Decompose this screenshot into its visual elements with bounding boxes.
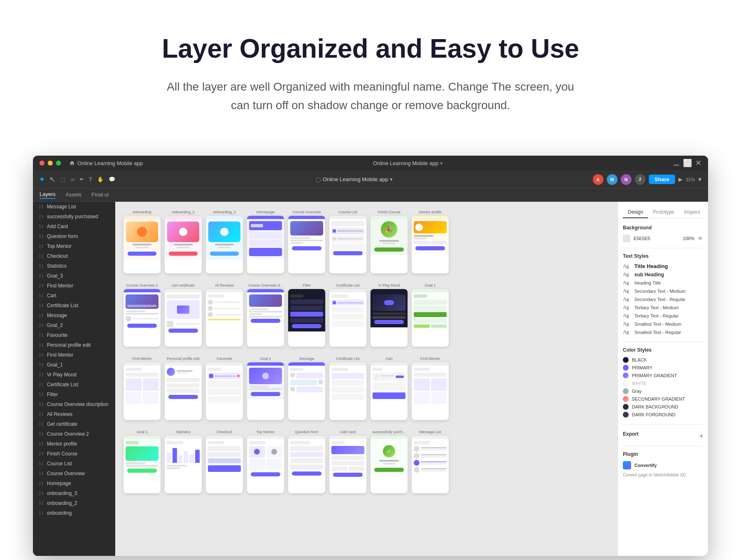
panel-tab-design[interactable]: Design: [623, 207, 648, 218]
sidebar-item[interactable]: Message: [33, 310, 115, 320]
zoom-dropdown[interactable]: ▾: [698, 175, 701, 183]
screen-filter[interactable]: Filter: [288, 283, 325, 347]
frame-icon[interactable]: ⬚: [61, 176, 65, 182]
sidebar-item[interactable]: Homepage: [33, 478, 115, 488]
screen-goal2[interactable]: Goal 2: [247, 357, 284, 420]
screen-checkout[interactable]: Checkout: [206, 430, 243, 493]
sidebar-item[interactable]: Filter: [33, 390, 115, 399]
sidebar-item[interactable]: Course Overview 2: [33, 429, 115, 439]
tab-layers[interactable]: Layers: [40, 191, 56, 199]
screen-top-mentor[interactable]: Top Mentor: [247, 430, 284, 493]
sidebar-item[interactable]: Add Card: [33, 222, 115, 231]
screen-course-overview2[interactable]: Course Overview 2: [124, 283, 161, 347]
sidebar-item[interactable]: Message List: [33, 202, 115, 212]
sidebar-item[interactable]: Checkout: [33, 251, 115, 261]
svg-point-110: [42, 383, 43, 384]
drag-icon: [39, 343, 44, 348]
screen-question-form[interactable]: Question form: [288, 430, 325, 493]
svg-point-115: [40, 393, 40, 394]
background-color-swatch[interactable]: [623, 235, 630, 242]
screen-get-certificate[interactable]: Get certificate: [165, 283, 202, 347]
screen-success[interactable]: successfully purch... ✓: [370, 430, 408, 493]
sidebar-item[interactable]: Get certificate: [33, 419, 115, 429]
export-add-button[interactable]: +: [699, 432, 703, 440]
sidebar-item[interactable]: Top Mentor: [33, 241, 115, 251]
screen-onboarding2[interactable]: onboarding_2: [165, 210, 202, 273]
panel-tab-prototype[interactable]: Prototype: [648, 207, 679, 218]
pen-icon[interactable]: ✒: [79, 176, 84, 182]
sidebar-item[interactable]: Certificate List: [33, 301, 115, 310]
screen-finish[interactable]: Finish Course 🎉: [370, 210, 408, 273]
sidebar-item[interactable]: Find Mentor: [33, 350, 115, 360]
text-style-row: Ag Title Heading: [623, 263, 703, 269]
screen-mentor[interactable]: Mentor profile: [412, 210, 449, 273]
sidebar-item[interactable]: Course Overview: [33, 469, 115, 478]
figma-icon[interactable]: ❖: [40, 176, 44, 182]
screen-cert-list[interactable]: Certificate List: [329, 283, 366, 347]
screen-find-mentor[interactable]: Find Mentor: [124, 357, 161, 420]
screen-msg-list[interactable]: Message List: [412, 430, 449, 493]
sidebar-item[interactable]: All Reviews: [33, 409, 115, 419]
screen-cert-list2[interactable]: Certificate List: [329, 357, 366, 420]
sidebar-item[interactable]: Question form: [33, 231, 115, 241]
sidebar-item[interactable]: onboarding: [33, 508, 115, 518]
dropdown-arrow[interactable]: ▾: [390, 176, 393, 182]
sidebar-item[interactable]: Goal_1: [33, 360, 115, 370]
sidebar-item[interactable]: Certificate List: [33, 380, 115, 390]
tab-assets[interactable]: Assets: [65, 191, 82, 198]
close-window-icon[interactable]: ✕: [695, 159, 701, 168]
sidebar-item[interactable]: Course List: [33, 459, 115, 469]
sidebar-item[interactable]: onboarding_2: [33, 498, 115, 508]
screen-all-reviews[interactable]: All Reviews: [206, 283, 243, 347]
screen-add-card[interactable]: Add Card: [329, 430, 366, 493]
screen-course-desc[interactable]: Course Overview d...: [247, 283, 284, 347]
zoom-level[interactable]: 31%: [686, 177, 695, 182]
sidebar-item[interactable]: Favourite: [33, 330, 115, 340]
sidebar-item[interactable]: onboarding_3: [33, 488, 115, 498]
screen-vr[interactable]: Vr Play Mood: [370, 283, 408, 347]
expand-dot[interactable]: [56, 161, 61, 166]
sidebar-item[interactable]: Finish Course: [33, 449, 115, 459]
svg-point-119: [40, 394, 40, 395]
comment-icon[interactable]: 💬: [109, 176, 115, 182]
sidebar-item[interactable]: Goal_2: [33, 320, 115, 330]
sidebar-item[interactable]: Goal_3: [33, 271, 115, 281]
screen-cart[interactable]: Cart: [370, 357, 408, 420]
text-icon[interactable]: T: [89, 176, 92, 182]
screen-goal1[interactable]: Goal 1: [412, 283, 449, 347]
screen-message[interactable]: Message: [288, 357, 325, 420]
svg-point-190: [42, 514, 43, 515]
tab-final-ui[interactable]: Final ui: [91, 191, 109, 198]
screen-favourite[interactable]: Favourite: [206, 357, 243, 420]
screen-homepage[interactable]: Homepage: [247, 210, 284, 273]
screen-statistics[interactable]: Statistics: [165, 430, 202, 493]
screen-profile-edit[interactable]: Personal profile edit: [165, 357, 202, 420]
sidebar-item[interactable]: Vr Play Mood: [33, 370, 115, 380]
panel-tab-inspect[interactable]: Inspect: [679, 207, 705, 218]
sidebar-item[interactable]: successfully purchased: [33, 212, 115, 222]
minimize-icon[interactable]: ⚊: [673, 159, 680, 168]
sidebar-item[interactable]: Find Mentor: [33, 281, 115, 291]
screen-onboarding[interactable]: onboarding: [124, 210, 161, 273]
canvas-area[interactable]: onboarding: [115, 202, 618, 556]
minimize-dot[interactable]: [48, 161, 53, 166]
screen-goal3[interactable]: Goal 3: [124, 430, 161, 493]
screen-course-list[interactable]: Course List: [329, 210, 366, 273]
screen-course-overview[interactable]: Course Overview: [288, 210, 325, 273]
cursor-icon[interactable]: ↖: [49, 175, 56, 184]
play-icon[interactable]: ▶: [678, 176, 683, 182]
visibility-icon[interactable]: 👁: [698, 236, 703, 242]
shape-icon[interactable]: ▱: [70, 176, 75, 182]
sidebar-item[interactable]: Mentor profile: [33, 439, 115, 449]
text-style-row: Ag Secondary Text - Regular: [623, 296, 703, 302]
screen-onboarding3[interactable]: onboarding_3: [206, 210, 243, 273]
close-dot[interactable]: [40, 161, 44, 166]
sidebar-item[interactable]: Statistics: [33, 261, 115, 271]
sidebar-item[interactable]: Cart: [33, 291, 115, 301]
share-button[interactable]: Share: [649, 175, 675, 184]
screen-find-mentor2[interactable]: Find Mentor: [412, 357, 449, 420]
maximize-icon[interactable]: ⬜: [683, 159, 692, 168]
hand-icon[interactable]: ✋: [97, 176, 104, 182]
sidebar-item[interactable]: Personal profile edit: [33, 340, 115, 350]
sidebar-item[interactable]: Course Overview discription: [33, 399, 115, 409]
